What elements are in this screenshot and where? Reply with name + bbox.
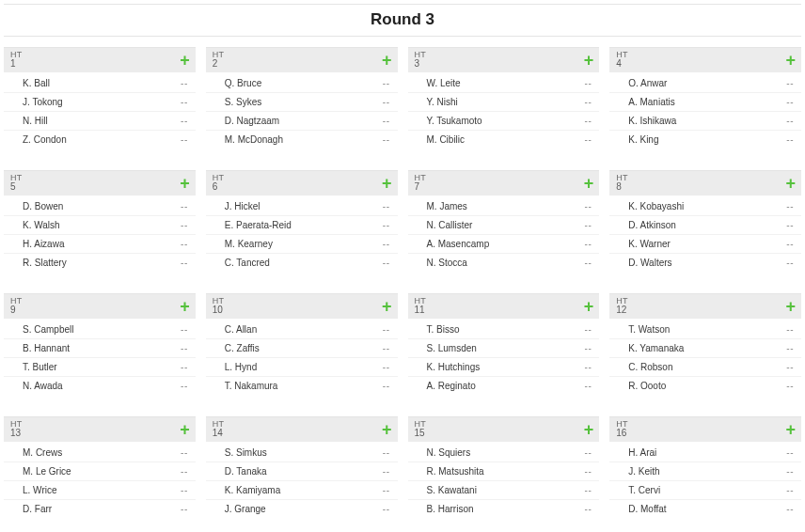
expand-heat-button[interactable]: + — [180, 298, 190, 315]
athlete-row[interactable]: Z. Condon-- — [4, 130, 196, 149]
athlete-name: D. Farr — [23, 504, 52, 514]
athlete-score: -- — [585, 220, 592, 230]
athlete-row[interactable]: W. Leite-- — [408, 74, 600, 92]
athlete-row[interactable]: N. Awada-- — [4, 376, 196, 395]
athlete-row[interactable]: O. Anwar-- — [609, 74, 801, 92]
expand-heat-button[interactable]: + — [180, 421, 190, 438]
athlete-row[interactable]: T. Butler-- — [4, 357, 196, 376]
athlete-score: -- — [786, 97, 794, 107]
athlete-row[interactable]: M. Crews-- — [4, 444, 196, 462]
athlete-row[interactable]: J. Grange-- — [206, 499, 398, 518]
heat-header-left: HT12 — [616, 297, 627, 316]
heats-grid: HT1+K. Ball--J. Tokong--N. Hill--Z. Cond… — [4, 47, 801, 519]
athlete-row[interactable]: K. Hutchings-- — [408, 357, 600, 376]
athlete-row[interactable]: R. Oooto-- — [609, 376, 801, 395]
athlete-name: B. Harrison — [427, 504, 474, 514]
athlete-row[interactable]: K. Warner-- — [609, 234, 801, 253]
athlete-row[interactable]: D. Bowen-- — [4, 197, 196, 215]
athlete-row[interactable]: S. Lumsden-- — [408, 338, 600, 357]
expand-heat-button[interactable]: + — [382, 421, 392, 438]
expand-heat-button[interactable]: + — [584, 298, 594, 315]
athlete-row[interactable]: J. Tokong-- — [4, 92, 196, 111]
athlete-row[interactable]: A. Maniatis-- — [609, 92, 801, 111]
expand-heat-button[interactable]: + — [382, 175, 392, 192]
expand-heat-button[interactable]: + — [382, 52, 392, 69]
athlete-row[interactable]: H. Arai-- — [609, 444, 801, 462]
athlete-name: A. Reginato — [427, 381, 476, 391]
athlete-row[interactable]: S. Simkus-- — [206, 444, 398, 462]
heat-header: HT14+ — [206, 417, 398, 442]
athlete-row[interactable]: Y. Nishi-- — [408, 92, 600, 111]
expand-heat-button[interactable]: + — [382, 298, 392, 315]
athlete-row[interactable]: K. Yamanaka-- — [609, 338, 801, 357]
athlete-row[interactable]: Y. Tsukamoto-- — [408, 111, 600, 130]
athlete-row[interactable]: D. Moffat-- — [609, 499, 801, 518]
expand-heat-button[interactable]: + — [180, 52, 190, 69]
expand-heat-button[interactable]: + — [785, 175, 796, 192]
heat-header: HT4+ — [609, 48, 801, 72]
athlete-score: -- — [181, 324, 188, 335]
expand-heat-button[interactable]: + — [584, 175, 594, 192]
athlete-score: -- — [585, 324, 592, 335]
athlete-row[interactable]: K. Kamiyama-- — [206, 480, 398, 499]
athlete-row[interactable]: Q. Bruce-- — [206, 74, 398, 92]
athlete-row[interactable]: B. Hannant-- — [4, 338, 196, 357]
athlete-row[interactable]: M. Kearney-- — [206, 234, 398, 253]
athlete-row[interactable]: M. McDonagh-- — [206, 130, 398, 149]
athlete-row[interactable]: S. Sykes-- — [206, 92, 398, 111]
athlete-row[interactable]: K. King-- — [609, 130, 801, 149]
athlete-row[interactable]: N. Stocca-- — [408, 253, 600, 272]
athlete-row[interactable]: M. James-- — [408, 197, 600, 215]
athlete-row[interactable]: D. Tanaka-- — [206, 462, 398, 480]
athlete-row[interactable]: J. Hickel-- — [206, 197, 398, 215]
athlete-row[interactable]: T. Cervi-- — [609, 480, 801, 499]
expand-heat-button[interactable]: + — [180, 175, 190, 192]
athlete-row[interactable]: D. Farr-- — [4, 499, 196, 518]
athlete-row[interactable]: K. Ishikawa-- — [609, 111, 801, 130]
heat-card: HT6+J. Hickel--E. Paerata-Reid--M. Kearn… — [206, 170, 398, 273]
athlete-row[interactable]: C. Zaffis-- — [206, 338, 398, 357]
athlete-row[interactable]: T. Bisso-- — [408, 321, 600, 338]
athlete-row[interactable]: D. Nagtzaam-- — [206, 111, 398, 130]
athlete-row[interactable]: T. Watson-- — [609, 321, 801, 338]
athlete-row[interactable]: C. Robson-- — [609, 357, 801, 376]
athlete-name: D. Nagtzaam — [225, 116, 279, 126]
athlete-row[interactable]: B. Harrison-- — [408, 499, 600, 518]
athlete-row[interactable]: N. Squiers-- — [408, 444, 600, 462]
athlete-row[interactable]: D. Atkinson-- — [609, 215, 801, 234]
athlete-row[interactable]: K. Kobayashi-- — [609, 197, 801, 215]
heat-number: 10 — [213, 305, 224, 316]
heat-header: HT7+ — [408, 171, 600, 196]
athlete-row[interactable]: N. Hill-- — [4, 111, 196, 130]
athlete-row[interactable]: S. Campbell-- — [4, 321, 196, 338]
athlete-row[interactable]: C. Tancred-- — [206, 253, 398, 272]
athlete-row[interactable]: L. Wrice-- — [4, 480, 196, 499]
athlete-row[interactable]: D. Walters-- — [609, 253, 801, 272]
athlete-row[interactable]: K. Walsh-- — [4, 215, 196, 234]
athlete-row[interactable]: H. Aizawa-- — [4, 234, 196, 253]
heat-header-left: HT6 — [213, 174, 224, 193]
athlete-name: M. James — [427, 201, 467, 211]
heat-header: HT5+ — [4, 171, 196, 196]
athlete-row[interactable]: T. Nakamura-- — [206, 376, 398, 395]
athlete-row[interactable]: C. Allan-- — [206, 321, 398, 338]
expand-heat-button[interactable]: + — [584, 421, 594, 438]
expand-heat-button[interactable]: + — [785, 298, 796, 315]
expand-heat-button[interactable]: + — [785, 52, 796, 69]
athlete-row[interactable]: M. Cibilic-- — [408, 130, 600, 149]
expand-heat-button[interactable]: + — [584, 52, 594, 69]
heat-header: HT12+ — [609, 294, 801, 319]
athlete-row[interactable]: E. Paerata-Reid-- — [206, 215, 398, 234]
heat-number: 13 — [10, 429, 22, 439]
athlete-row[interactable]: A. Reginato-- — [408, 376, 600, 395]
athlete-row[interactable]: K. Ball-- — [4, 74, 196, 92]
athlete-row[interactable]: L. Hynd-- — [206, 357, 398, 376]
athlete-row[interactable]: N. Callister-- — [408, 215, 600, 234]
athlete-row[interactable]: S. Kawatani-- — [408, 480, 600, 499]
athlete-row[interactable]: A. Masencamp-- — [408, 234, 600, 253]
athlete-row[interactable]: R. Slattery-- — [4, 253, 196, 272]
athlete-row[interactable]: R. Matsushita-- — [408, 462, 600, 480]
athlete-row[interactable]: M. Le Grice-- — [4, 462, 196, 480]
expand-heat-button[interactable]: + — [785, 421, 796, 438]
athlete-row[interactable]: J. Keith-- — [609, 462, 801, 480]
